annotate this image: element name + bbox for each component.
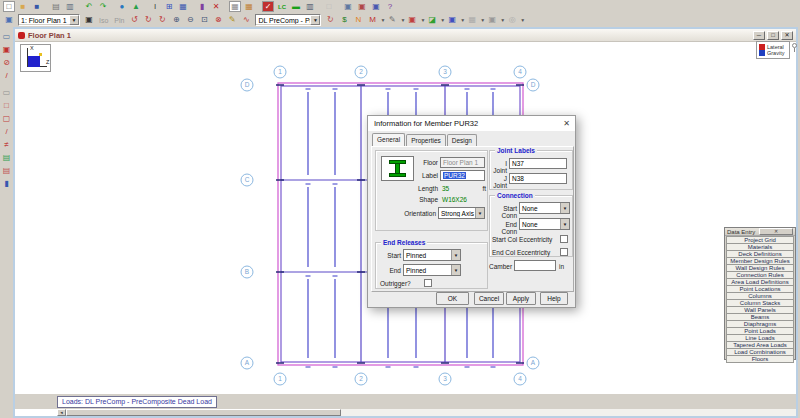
scroll-left-button[interactable]: ◄ [57,409,66,416]
draw-beam-icon[interactable]: ▣ [1,44,12,55]
end-conn-select[interactable]: None ▼ [519,218,570,230]
deflection-icon[interactable]: ✎ [386,15,398,26]
save-icon[interactable]: ■ [31,1,43,12]
sheet-red-icon[interactable]: ▤ [1,165,12,176]
layers-icon[interactable]: ▦ [177,1,189,12]
wall-tool-icon[interactable]: ▮ [196,1,208,12]
chevron-down-icon[interactable]: ▼ [560,203,569,213]
scroll-thumb[interactable] [66,409,341,416]
redo-icon[interactable]: ↷ [97,1,109,12]
open-folder-icon[interactable]: ■ [17,1,29,12]
results-icon[interactable]: ▬ [290,1,302,12]
data-entry-floors[interactable]: Floors [726,355,794,363]
print-icon[interactable]: ▥ [64,1,76,12]
columns-view-icon[interactable]: ▥ [304,1,316,12]
axial-icon[interactable]: N [352,15,364,26]
chevron-down-icon[interactable]: ▼ [451,265,460,275]
modify-view-icon[interactable]: ▭ [1,31,12,42]
point-load-icon[interactable]: ▣ [406,15,418,26]
member-color-icon[interactable]: ▣ [446,15,458,26]
floor-plan-title-bar[interactable]: Floor Plan 1 ─ □ ✕ [15,29,796,42]
table-icon[interactable]: ▦ [229,1,241,12]
apply-button[interactable]: Apply [506,292,536,305]
project-icon[interactable]: ▲ [130,1,142,12]
redraw-icon[interactable]: ✎ [226,15,238,26]
draw-member-icon[interactable]: / [1,70,12,81]
add-grid-icon[interactable]: ⊞ [163,1,175,12]
lateral-gravity-toggle[interactable]: Lateral Gravity [756,41,790,59]
help-icon[interactable]: ? [384,1,396,12]
point-load-icon-caret[interactable]: ▼ [420,17,425,23]
circle-tool-icon[interactable]: ◎ [506,15,518,26]
report-red-icon[interactable]: ▣ [356,1,368,12]
snap-grid-icon[interactable]: ▦ [466,15,478,26]
release-start-select[interactable]: Pinned ▼ [403,249,461,261]
load-case-selector[interactable]: DL PreComp - Pr▼ [255,14,321,26]
slash-red-icon[interactable]: / [1,126,12,137]
help-button[interactable]: Help [540,292,568,305]
report-blue-icon[interactable]: ▣ [370,1,382,12]
area-load-icon[interactable]: ◪ [426,15,438,26]
horizontal-scrollbar[interactable]: ◄ [57,409,796,416]
solve-icon[interactable]: ✓ [262,1,274,12]
data-entry-close-icon[interactable]: ✕ [759,228,793,235]
plot-options-icon[interactable]: ∿ [240,15,252,26]
end-ecc-checkbox[interactable] [560,248,568,256]
j-joint-field[interactable]: N38 [509,173,567,184]
chevron-down-icon[interactable]: ▼ [451,250,460,260]
hatch-icon[interactable]: ≠ [1,139,12,150]
snap-grid-icon-caret[interactable]: ▼ [480,17,485,23]
pin-icon[interactable] [792,43,797,48]
rotate-left-icon[interactable]: ↺ [128,15,140,26]
window-icon[interactable]: ▣ [3,15,15,26]
chevron-down-icon[interactable]: ▼ [69,15,79,25]
gray-box-icon[interactable]: ▣ [486,15,498,26]
moment-icon[interactable]: M [366,15,378,26]
frame-icon[interactable]: ▭ [1,87,12,98]
moment-icon-caret[interactable]: ▼ [380,17,385,23]
ok-button[interactable]: OK [436,292,469,305]
tab-design[interactable]: Design [447,134,477,146]
start-ecc-checkbox[interactable] [560,235,568,243]
copy-icon[interactable]: ▤ [50,1,62,12]
rotate-up-icon[interactable]: ↻ [142,15,154,26]
chevron-down-icon[interactable]: ▼ [310,15,320,25]
i-joint-field[interactable]: N37 [509,158,567,169]
deflection-icon-caret[interactable]: ▼ [400,17,405,23]
zoom-in-icon[interactable]: ⊕ [170,15,182,26]
loads-display-icon[interactable]: $ [338,15,350,26]
gravity-label[interactable]: Gravity [767,50,784,56]
globe-icon[interactable]: ● [116,1,128,12]
sheet-green-icon[interactable]: ▤ [1,152,12,163]
apply-loads-icon[interactable]: ↻ [324,15,336,26]
zoom-target-icon[interactable]: ⊗ [212,15,224,26]
dialog-close-icon[interactable]: ✕ [563,119,570,128]
load-combination-icon[interactable]: LC [276,1,288,12]
tab-general[interactable]: General [372,133,405,146]
outrigger-checkbox[interactable] [424,279,432,287]
member-color-icon-caret[interactable]: ▼ [460,17,465,23]
close-button[interactable]: ✕ [781,31,793,40]
start-conn-select[interactable]: None ▼ [519,202,570,214]
zoom-box-icon[interactable]: ⊡ [198,15,210,26]
new-icon[interactable]: □ [3,1,15,12]
maximize-button[interactable]: □ [767,31,779,40]
cancel-button[interactable]: Cancel [474,292,504,305]
opening-icon[interactable]: ▢ [1,113,12,124]
render-icon[interactable]: ▣ [83,15,95,26]
preview-icon[interactable]: ▣ [342,1,354,12]
undo-icon[interactable]: ↶ [83,1,95,12]
beam-tool-icon[interactable]: I [149,1,161,12]
chevron-down-icon[interactable]: ▼ [475,208,484,218]
minimize-button[interactable]: ─ [753,31,765,40]
area-load-icon-caret[interactable]: ▼ [440,17,445,23]
iso-view-button[interactable]: Iso [99,17,108,24]
zoom-out-icon[interactable]: ⊖ [184,15,196,26]
delete-icon[interactable]: ✕ [210,1,222,12]
gray-box-icon-caret[interactable]: ▼ [500,17,505,23]
label-field[interactable]: PUR32 [440,170,485,181]
data-entry-title-bar[interactable]: Data Entry ✕ [725,228,795,236]
orientation-select[interactable]: Strong Axis ▼ [438,207,485,219]
plan-view-button[interactable]: Pln [114,17,124,24]
chevron-down-icon[interactable]: ▼ [560,219,569,229]
